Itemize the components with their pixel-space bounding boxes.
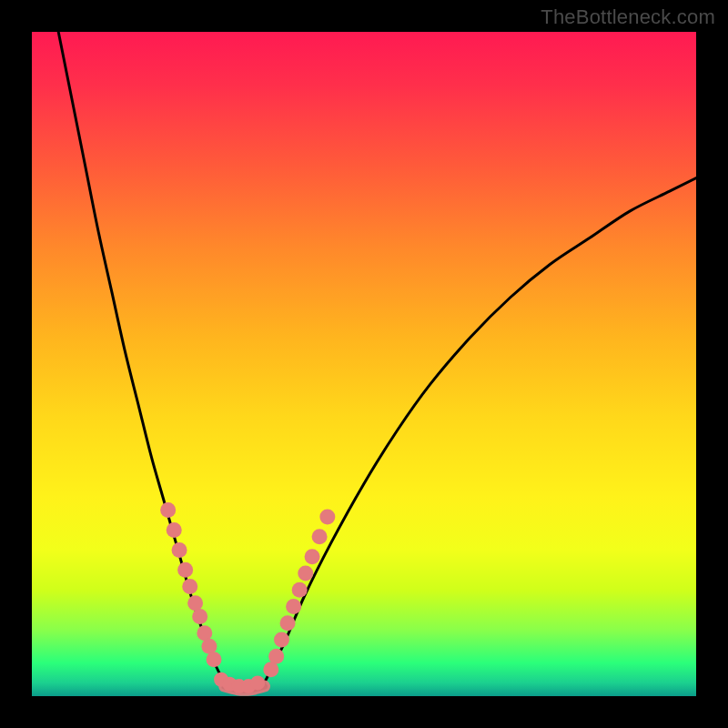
curve-paths [58,32,696,690]
highlight-dot [160,502,176,518]
highlight-dot [192,609,207,624]
highlight-dot [312,529,328,544]
highlight-dot [172,542,187,558]
highlight-dots [160,502,335,693]
series-left-branch [58,32,225,682]
highlight-dot [274,632,289,647]
highlight-dot [280,615,296,631]
highlight-dot [298,565,313,581]
highlight-dot [177,562,193,578]
highlight-dot [250,675,265,690]
highlight-dot [286,599,301,614]
highlight-dot [167,522,182,538]
highlight-dot [201,639,217,654]
highlight-dot [263,662,278,677]
highlight-dot [319,509,335,524]
plot-area [32,32,696,696]
highlight-dot [182,579,197,594]
highlight-dot [292,582,308,598]
attribution-text: TheBottleneck.com [541,5,715,29]
highlight-dot [268,649,284,664]
highlight-dot [207,652,222,667]
highlight-dot [305,549,320,564]
series-right-branch [265,178,697,683]
curve-layer [32,32,696,696]
highlight-dot [187,595,203,611]
chart-frame: TheBottleneck.com [0,0,728,728]
highlight-dot [197,625,212,641]
